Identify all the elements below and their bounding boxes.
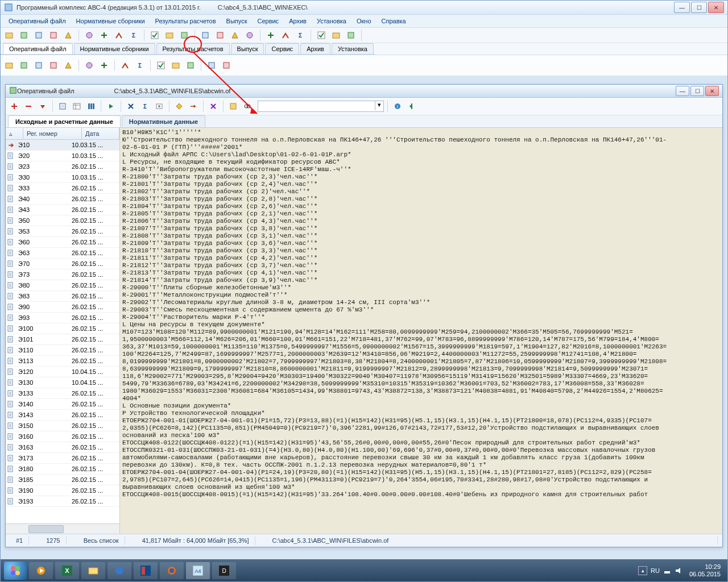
tool-tab-0[interactable]: Оперативный файл bbox=[3, 43, 73, 54]
text-editor-panel[interactable]: В10'Н9Ж5'К1С''1'''''* Ю''Строительство п… bbox=[120, 128, 722, 534]
table-row[interactable]: Э18526.02.15 ... bbox=[6, 475, 119, 485]
child-toolbar-dropdown[interactable]: ▾ bbox=[258, 101, 384, 112]
menu-item-4[interactable]: Сервис bbox=[253, 16, 283, 26]
toolbar2-btn-8[interactable]: Σ bbox=[134, 59, 146, 72]
tool-tab-1[interactable]: Нормативные сборники bbox=[74, 43, 155, 54]
table-row[interactable]: Э15026.02.15 ... bbox=[6, 421, 119, 431]
taskbar-app-firefox[interactable] bbox=[160, 562, 184, 579]
child-tool-btn-6[interactable] bbox=[105, 100, 117, 113]
toolbar1-btn-5-2[interactable] bbox=[345, 29, 357, 41]
grid-col-date[interactable]: Дата bbox=[82, 128, 119, 139]
table-row[interactable]: Э11326.02.15 ... bbox=[6, 356, 119, 367]
data-tab-1[interactable]: Нормативные данные bbox=[122, 115, 205, 127]
child-tool-btn-9[interactable] bbox=[153, 100, 166, 113]
tray-volume-icon[interactable] bbox=[675, 567, 682, 575]
table-row[interactable]: Э8326.02.15 ... bbox=[6, 291, 119, 302]
child-tool-btn-2[interactable] bbox=[36, 100, 49, 113]
toolbar1-btn-3-0[interactable] bbox=[199, 29, 212, 41]
grid-col-reg[interactable]: Рег. номер bbox=[23, 128, 82, 139]
toolbar1-btn-2-2[interactable] bbox=[178, 29, 191, 41]
menu-item-3[interactable]: Выпуск bbox=[222, 16, 252, 26]
toolbar1-btn-5-1[interactable] bbox=[330, 29, 342, 41]
menu-item-0[interactable]: Оперативный файл bbox=[4, 16, 71, 26]
child-close-button[interactable]: ✕ bbox=[705, 86, 719, 96]
table-row[interactable]: Э13326.02.15 ... bbox=[6, 388, 119, 399]
toolbar1-btn-2-0[interactable] bbox=[148, 29, 161, 41]
taskbar-app-explorer[interactable] bbox=[81, 562, 105, 579]
table-row[interactable]: Э13010.04.15 ... bbox=[6, 377, 119, 388]
toolbar2-btn-6[interactable] bbox=[98, 59, 110, 72]
table-row[interactable]: Э2010.03.15 ... bbox=[6, 151, 119, 161]
child-maximize-button[interactable]: ☐ bbox=[690, 86, 704, 96]
toolbar1-btn-1-3[interactable]: Σ bbox=[127, 29, 140, 41]
taskbar-app-media[interactable] bbox=[29, 562, 53, 579]
table-row[interactable]: Э12010.04.15 ... bbox=[6, 367, 119, 377]
taskbar-app-abc4[interactable]: A4 bbox=[186, 562, 210, 579]
toolbar1-btn-1-2[interactable] bbox=[113, 29, 125, 41]
toolbar1-btn-0-1[interactable] bbox=[18, 29, 30, 41]
toolbar1-btn-2-1[interactable] bbox=[163, 29, 176, 41]
table-row[interactable]: ➔Э1010.03.15 ... bbox=[6, 140, 119, 151]
toolbar2-btn-9[interactable] bbox=[155, 59, 167, 72]
child-tool-btn-1[interactable] bbox=[22, 100, 35, 113]
toolbar2-btn-11[interactable] bbox=[184, 59, 197, 72]
table-row[interactable]: Э3326.02.15 ... bbox=[6, 183, 119, 194]
grid-hscrollbar[interactable] bbox=[6, 523, 119, 534]
child-tool-extra-0[interactable]: i bbox=[391, 100, 404, 113]
table-row[interactable]: Э5326.02.15 ... bbox=[6, 226, 119, 237]
child-tool-btn-4[interactable] bbox=[71, 100, 83, 113]
child-tool-btn-0[interactable] bbox=[8, 100, 20, 113]
table-row[interactable]: Э9326.02.15 ... bbox=[6, 313, 119, 323]
table-row[interactable]: Э7326.02.15 ... bbox=[6, 269, 119, 280]
child-tool-btn-10[interactable] bbox=[173, 100, 185, 113]
table-row[interactable]: Э8026.02.15 ... bbox=[6, 280, 119, 291]
menu-item-8[interactable]: Справка bbox=[377, 16, 411, 26]
toolbar1-btn-1-0[interactable] bbox=[83, 29, 96, 41]
table-row[interactable]: Э2326.02.15 ... bbox=[6, 161, 119, 172]
table-row[interactable]: Э17326.02.15 ... bbox=[6, 453, 119, 464]
tray-lang[interactable]: RU bbox=[651, 567, 660, 574]
child-tool-btn-8[interactable]: Σ bbox=[139, 100, 151, 113]
taskbar-app-thunderbird[interactable] bbox=[107, 562, 131, 579]
menu-item-7[interactable]: Окно bbox=[352, 16, 376, 26]
taskbar-app-excel[interactable]: X bbox=[55, 562, 79, 579]
table-row[interactable]: Э6326.02.15 ... bbox=[6, 248, 119, 259]
toolbar2-btn-12[interactable] bbox=[205, 59, 218, 72]
child-tool-btn-7[interactable] bbox=[125, 100, 137, 113]
toolbar2-btn-4[interactable] bbox=[62, 59, 75, 72]
toolbar2-btn-13[interactable] bbox=[220, 59, 233, 72]
child-tool-btn-14[interactable] bbox=[241, 100, 254, 113]
child-tool-btn-13[interactable] bbox=[227, 100, 239, 113]
table-row[interactable]: Э14326.02.15 ... bbox=[6, 410, 119, 421]
child-tool-extra-1[interactable] bbox=[406, 100, 418, 113]
table-row[interactable]: Э19026.02.15 ... bbox=[6, 485, 119, 496]
child-minimize-button[interactable]: — bbox=[676, 86, 689, 96]
toolbar1-btn-0-3[interactable] bbox=[47, 29, 60, 41]
close-button[interactable]: ✕ bbox=[708, 2, 724, 13]
tool-tab-2[interactable]: Результаты расчетов bbox=[156, 43, 230, 54]
table-row[interactable]: Э5026.02.15 ... bbox=[6, 215, 119, 226]
table-row[interactable]: Э11026.02.15 ... bbox=[6, 345, 119, 356]
menu-item-1[interactable]: Нормативные сборники bbox=[72, 16, 150, 26]
child-tool-btn-5[interactable] bbox=[85, 100, 97, 113]
table-row[interactable]: Э4326.02.15 ... bbox=[6, 205, 119, 215]
child-tool-btn-11[interactable] bbox=[187, 100, 200, 113]
start-button[interactable] bbox=[4, 562, 27, 580]
toolbar1-btn-4-0[interactable] bbox=[264, 29, 277, 41]
toolbar2-btn-2[interactable] bbox=[32, 59, 45, 72]
toolbar1-btn-4-2[interactable]: Σ bbox=[294, 29, 307, 41]
table-row[interactable]: Э3010.03.15 ... bbox=[6, 172, 119, 183]
table-row[interactable]: Э19326.02.15 ... bbox=[6, 496, 119, 507]
table-row[interactable]: Э16326.02.15 ... bbox=[6, 442, 119, 453]
toolbar2-btn-5[interactable] bbox=[83, 59, 96, 72]
tray-clock[interactable]: 10:29 06.05.2015 bbox=[686, 563, 724, 578]
maximize-button[interactable]: ☐ bbox=[691, 2, 707, 13]
toolbar1-btn-0-2[interactable] bbox=[32, 29, 45, 41]
toolbar1-btn-0-4[interactable] bbox=[62, 29, 75, 41]
taskbar-app-far[interactable] bbox=[134, 562, 158, 579]
toolbar2-btn-3[interactable] bbox=[47, 59, 60, 72]
table-row[interactable]: Э18026.02.15 ... bbox=[6, 464, 119, 475]
table-row[interactable]: Э9026.02.15 ... bbox=[6, 302, 119, 313]
grid-body[interactable]: ➔Э1010.03.15 ...Э2010.03.15 ...Э2326.02.… bbox=[6, 140, 119, 523]
table-row[interactable]: Э10126.02.15 ... bbox=[6, 334, 119, 345]
